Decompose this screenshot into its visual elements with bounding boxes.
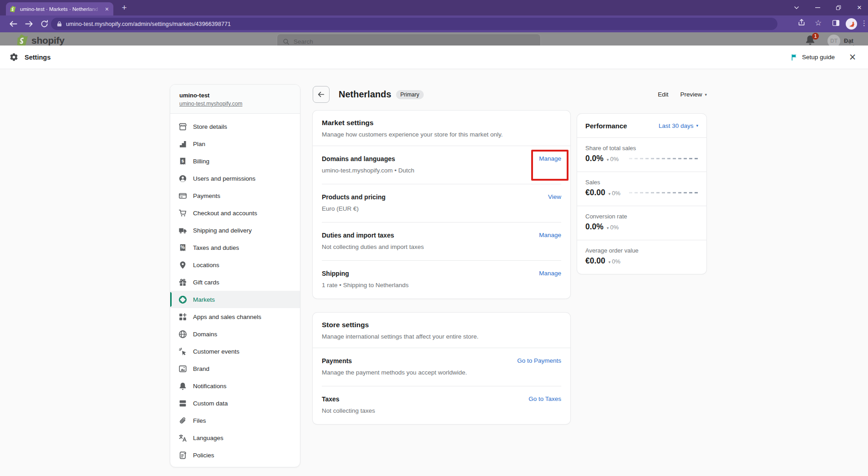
markets-icon	[178, 295, 187, 304]
sidebar-item-taxes-and-duties[interactable]: %Taxes and duties	[170, 239, 300, 256]
sidebar-item-gift-cards[interactable]: Gift cards	[170, 273, 300, 291]
row-title: Products and pricing	[322, 193, 386, 201]
brand-icon	[178, 365, 187, 373]
row-subtitle: Euro (EUR €)	[322, 205, 561, 212]
sidebar-item-notifications[interactable]: Notifications	[170, 377, 300, 395]
edit-button[interactable]: Edit	[658, 91, 668, 98]
sidebar-item-users-and-permissions[interactable]: Users and permissions	[170, 170, 300, 187]
taxes-icon: %	[178, 243, 187, 252]
sidebar-item-label: Brand	[193, 365, 209, 372]
page-title-row: Netherlands Primary Edit Preview▾	[313, 86, 707, 103]
metric-value: 0.0%	[585, 222, 604, 232]
sidebar-item-label: Billing	[193, 158, 209, 165]
manage-link[interactable]: Manage	[539, 270, 561, 277]
sidebar-item-label: Files	[193, 417, 206, 424]
share-icon[interactable]	[797, 18, 806, 26]
user-avatar[interactable]: DT	[827, 35, 840, 46]
flag-icon	[791, 54, 798, 61]
sidebar-item-locations[interactable]: Locations	[170, 256, 300, 273]
store-domain-link[interactable]: umino-test.myshopify.com	[179, 101, 243, 107]
window-minimize-icon[interactable]	[812, 3, 822, 13]
performance-card: Performance Last 30 days▾ Share of total…	[577, 114, 706, 274]
caret-down-icon: ▾	[609, 192, 611, 196]
row-title: Shipping	[322, 270, 349, 277]
bookmark-star-icon[interactable]: ☆	[815, 18, 822, 29]
browser-titlebar: umino-test · Markets · Netherland × + ×	[0, 0, 868, 15]
card-title: Market settings	[322, 119, 561, 127]
browser-tab[interactable]: umino-test · Markets · Netherland ×	[6, 2, 113, 15]
policies-icon	[178, 451, 187, 460]
sidebar-item-label: Customer events	[193, 348, 239, 355]
sidebar-item-payments[interactable]: Payments	[170, 187, 300, 204]
sidebar-item-brand[interactable]: Brand	[170, 360, 300, 377]
row-subtitle: Manage the payment methods you accept wo…	[322, 369, 561, 376]
store-settings-card: Store settings Manage international sett…	[313, 313, 570, 424]
sidebar-item-files[interactable]: Files	[170, 412, 300, 429]
row-subtitle: Not collecting duties and import taxes	[322, 243, 561, 250]
setup-guide-button[interactable]: Setup guide	[791, 46, 835, 69]
sidebar-item-label: Languages	[193, 435, 223, 441]
sidebar-item-shipping-and-delivery[interactable]: Shipping and delivery	[170, 222, 300, 239]
performance-metrics: Share of total sales0.0%▾0%Sales€0.00▾0%…	[577, 138, 706, 274]
languages-icon	[178, 434, 187, 442]
window-close-icon[interactable]: ×	[854, 3, 864, 13]
sidebar-item-label: Custom data	[193, 400, 228, 407]
setting-row-shipping: ShippingManage1 rate • Shipping to Nethe…	[313, 261, 570, 299]
shopify-logo: shopify	[16, 34, 65, 46]
shopify-favicon-icon	[10, 5, 17, 13]
back-button[interactable]	[313, 86, 330, 103]
go-to-taxes-link[interactable]: Go to Taxes	[528, 395, 561, 402]
row-title: Domains and languages	[322, 155, 395, 162]
sidebar-item-billing[interactable]: $Billing	[170, 152, 300, 170]
forward-nav-icon[interactable]	[25, 20, 33, 28]
shopify-admin-header: shopify Search 1 DT Đạt Tuấn	[0, 32, 868, 46]
preview-button[interactable]: Preview▾	[680, 91, 707, 98]
admin-search-bar[interactable]: Search	[277, 34, 541, 46]
back-nav-icon[interactable]	[9, 20, 18, 28]
domains-icon	[178, 330, 187, 339]
tab-close-icon[interactable]: ×	[104, 6, 110, 12]
highlight-annotation-box	[531, 150, 569, 181]
sidebar-item-label: Markets	[193, 296, 215, 303]
modal-close-icon[interactable]: ×	[845, 46, 860, 69]
sidebar-item-languages[interactable]: Languages	[170, 429, 300, 446]
sidebar-item-label: Plan	[193, 141, 205, 147]
new-tab-button[interactable]: +	[119, 3, 129, 13]
sidebar-item-label: Policies	[193, 452, 214, 459]
row-subtitle: Not collecting taxes	[322, 407, 561, 414]
market-settings-header: Market settings Manage how customers exp…	[313, 111, 570, 146]
primary-badge: Primary	[396, 90, 424, 99]
metric-sales: Sales€0.00▾0%	[577, 172, 706, 206]
view-link[interactable]: View	[548, 193, 561, 200]
sidebar-item-plan[interactable]: Plan	[170, 135, 300, 152]
sidebar-item-markets[interactable]: Markets	[170, 291, 300, 308]
side-panel-icon[interactable]	[832, 19, 840, 27]
plan-icon	[178, 140, 187, 148]
go-to-payments-link[interactable]: Go to Payments	[517, 357, 561, 364]
notifications-bell-icon[interactable]: 1	[805, 35, 817, 46]
manage-link[interactable]: Manage	[539, 155, 561, 162]
window-restore-icon[interactable]	[833, 3, 843, 13]
sidebar-item-custom-data[interactable]: Custom data	[170, 395, 300, 412]
sparkline	[629, 158, 698, 159]
tab-search-chevron-icon[interactable]	[792, 3, 802, 13]
sidebar-item-apps-and-sales-channels[interactable]: Apps and sales channels	[170, 308, 300, 325]
date-range-selector[interactable]: Last 30 days▾	[659, 122, 698, 129]
url-bar[interactable]: umino-test.myshopify.com/admin/settings/…	[51, 18, 777, 30]
manage-link[interactable]: Manage	[539, 232, 561, 238]
browser-menu-icon[interactable]: ⋮	[861, 18, 868, 29]
sidebar-item-customer-events[interactable]: Customer events	[170, 343, 300, 360]
sidebar-menu: Store detailsPlan$BillingUsers and permi…	[170, 114, 300, 467]
sidebar-item-checkout-and-accounts[interactable]: Checkout and accounts	[170, 204, 300, 222]
sidebar-item-store-details[interactable]: Store details	[170, 118, 300, 135]
sidebar-item-domains[interactable]: Domains	[170, 325, 300, 343]
tab-title: umino-test · Markets · Netherland	[20, 6, 101, 12]
metric-conversion-rate: Conversion rate0.0%▾0%	[577, 206, 706, 240]
reload-icon[interactable]	[40, 20, 49, 28]
search-placeholder: Search	[294, 38, 313, 45]
setting-row-payments: PaymentsGo to PaymentsManage the payment…	[313, 348, 570, 386]
browser-profile-avatar[interactable]	[846, 18, 857, 30]
sidebar-item-policies[interactable]: Policies	[170, 446, 300, 464]
metric-label: Conversion rate	[585, 213, 698, 220]
caret-down-icon: ▾	[609, 260, 611, 264]
